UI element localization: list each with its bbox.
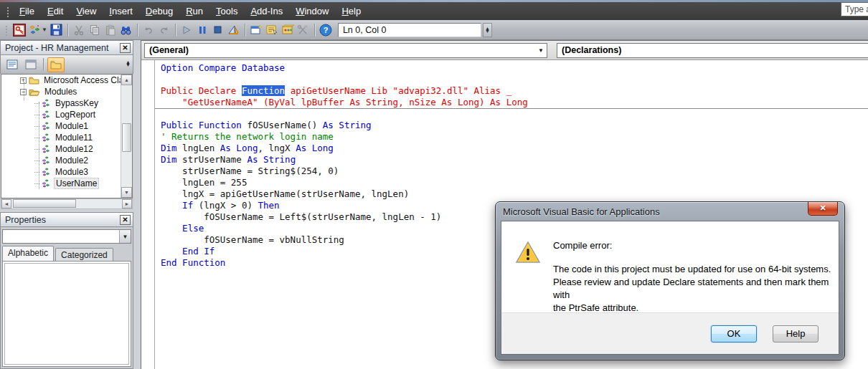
tree-item-module[interactable]: Module3 (1, 166, 132, 178)
code-line[interactable]: "GetUserNameA" (ByVal lpBuffer As String… (155, 97, 868, 108)
toolbar-drag-grip[interactable] (4, 24, 9, 36)
menubar-drag-grip[interactable] (6, 6, 10, 17)
undo-button[interactable] (141, 22, 156, 38)
toolbar-options-arrow[interactable]: ▲▼ (483, 23, 492, 37)
save-icon (50, 24, 62, 36)
module-icon (41, 168, 51, 177)
view-object-button[interactable] (22, 57, 39, 72)
scroll-left-button[interactable]: ◄ (1, 199, 11, 209)
cut-button[interactable] (71, 22, 87, 38)
project-explorer-button[interactable] (248, 22, 264, 38)
scroll-thumb[interactable] (13, 199, 76, 208)
code-line[interactable]: Option Compare Database (155, 62, 868, 74)
menu-view[interactable]: View (70, 3, 103, 19)
menu-edit[interactable]: Edit (41, 3, 70, 19)
panel-options-arrow[interactable]: ▲▼ (126, 61, 131, 67)
scroll-up-button[interactable]: ▲ (121, 75, 132, 85)
code-line[interactable]: Dim lngLen As Long, lngX As Long (155, 143, 868, 154)
tree-item-module[interactable]: BypassKey (1, 97, 132, 109)
view-code-button[interactable] (4, 57, 21, 72)
dialog-titlebar[interactable]: Microsoft Visual Basic for Applications (496, 202, 844, 221)
tab-categorized[interactable]: Categorized (55, 248, 113, 261)
menu-tools[interactable]: Tools (209, 3, 244, 19)
paste-button[interactable] (103, 22, 118, 38)
code-segment (161, 223, 182, 234)
tree-item-module[interactable]: Module11 (1, 132, 132, 143)
menu-file[interactable]: File (13, 3, 41, 19)
properties-object-selector[interactable]: ▼ (2, 229, 131, 244)
save-button[interactable] (49, 22, 65, 38)
type-a-question-box[interactable]: Type a (841, 2, 868, 16)
code-line[interactable]: Public Function fOSUserName() As String (155, 120, 868, 131)
properties-list[interactable] (2, 261, 131, 367)
code-line[interactable]: lngLen = 255 (155, 177, 868, 188)
tree-vertical-scrollbar[interactable]: ▲ ▼ (121, 75, 132, 198)
code-segment: Dim (161, 143, 177, 153)
code-line[interactable] (155, 74, 868, 85)
pause-icon (197, 25, 207, 35)
toolbox-button[interactable] (296, 22, 311, 38)
code-line[interactable]: ' Returns the network login name (155, 131, 868, 143)
insert-dropdown-caret[interactable]: ▼ (42, 27, 47, 33)
object-browser-button[interactable] (280, 22, 296, 38)
toggle-folders-button[interactable] (47, 57, 65, 72)
scroll-thumb[interactable] (122, 123, 131, 152)
menu-insert[interactable]: Insert (103, 3, 139, 19)
menu-add-ins[interactable]: Add-Ins (244, 3, 289, 19)
redo-button[interactable] (156, 22, 172, 38)
properties-panel-titlebar[interactable]: Properties ✕ (0, 212, 133, 227)
code-line[interactable] (155, 108, 868, 120)
scroll-right-button[interactable]: ► (122, 199, 132, 209)
scroll-down-button[interactable]: ▼ (121, 187, 132, 198)
code-segment: lngLen = 255 (161, 177, 247, 188)
tree-horizontal-scrollbar[interactable]: ◄ ► (1, 198, 133, 209)
tree-item-label: Module12 (54, 144, 95, 154)
stop-icon (213, 25, 222, 34)
chevron-down-icon: ▼ (538, 47, 544, 54)
tree-guide-line (39, 102, 39, 189)
properties-panel-close-button[interactable]: ✕ (120, 215, 131, 225)
help-button[interactable]: ? (318, 22, 334, 38)
project-panel-titlebar[interactable]: Project - HR Management ✕ (0, 40, 133, 55)
tree-folder-label: Modules (43, 87, 78, 97)
project-panel-close-button[interactable]: ✕ (120, 43, 131, 53)
menu-help[interactable]: Help (335, 3, 367, 19)
tree-item-module[interactable]: UserName (1, 178, 132, 189)
module-icon (41, 110, 51, 120)
view-microsoft-access-button[interactable] (11, 22, 27, 38)
tab-alphabetic[interactable]: Alphabetic (2, 246, 54, 261)
procedure-dropdown[interactable]: (Declarations) (557, 43, 868, 58)
ok-button[interactable]: OK (711, 325, 757, 342)
object-dropdown[interactable]: (General) ▼ (144, 43, 547, 58)
dialog-close-button[interactable]: ✕ (808, 202, 838, 216)
find-button[interactable] (118, 22, 134, 38)
run-button[interactable] (179, 22, 194, 38)
break-button[interactable] (194, 22, 210, 38)
tree-item-module[interactable]: LogReport (1, 109, 132, 120)
code-line[interactable]: Public Declare Function apiGetUserName L… (155, 85, 868, 97)
reset-button[interactable] (210, 22, 226, 38)
margin-indicator-bar[interactable] (141, 60, 155, 369)
toolbar-separator (137, 24, 138, 37)
tree-folder-access-classes[interactable]: + Microsoft Access Cla (1, 75, 132, 86)
menu-run[interactable]: Run (179, 3, 209, 19)
insert-module-button[interactable] (27, 22, 43, 38)
menu-window[interactable]: Window (289, 3, 335, 19)
chevron-down-icon[interactable]: ▼ (119, 230, 131, 243)
undo-icon (143, 24, 154, 36)
menu-debug[interactable]: Debug (139, 3, 179, 19)
tree-item-module[interactable]: Module12 (1, 143, 132, 155)
properties-window-button[interactable] (264, 22, 280, 38)
help-dialog-button[interactable]: Help (773, 325, 819, 342)
code-line[interactable]: strUserName = String$(254, 0) (155, 166, 868, 177)
dialog-heading: Compile error: (553, 240, 612, 251)
code-line[interactable]: lngX = apiGetUserName(strUserName, lngLe… (155, 188, 868, 200)
design-mode-button[interactable] (226, 22, 242, 38)
code-line[interactable]: Dim strUserName As String (155, 154, 868, 166)
code-segment: Dim (161, 154, 177, 165)
copy-button[interactable] (87, 22, 103, 38)
tree-item-module[interactable]: Module2 (1, 155, 132, 166)
code-segment: As Long (220, 143, 258, 153)
tree-item-module[interactable]: Module1 (1, 120, 132, 132)
tree-folder-modules[interactable]: − Modules (1, 86, 132, 97)
